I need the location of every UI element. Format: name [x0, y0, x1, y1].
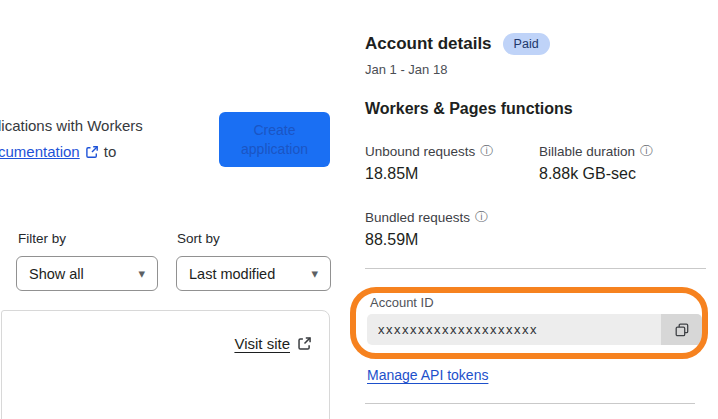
- account-id-input[interactable]: [367, 314, 661, 345]
- intro-text-line2: cumentation to: [0, 143, 116, 160]
- manage-api-tokens-link[interactable]: Manage API tokens: [367, 367, 488, 383]
- divider: [365, 268, 706, 269]
- account-id-label: Account ID: [370, 295, 434, 310]
- account-details-panel: Account details Paid Jan 1 - Jan 18 Work…: [365, 0, 718, 419]
- visit-site-link[interactable]: Visit site: [234, 335, 312, 352]
- chevron-down-icon: ▾: [138, 266, 145, 281]
- sort-dropdown[interactable]: Last modified ▾: [176, 256, 331, 291]
- filter-by-label: Filter by: [18, 231, 66, 246]
- panel-title: Account details: [365, 34, 492, 54]
- copy-icon: [674, 322, 690, 338]
- sort-by-label: Sort by: [177, 231, 220, 246]
- project-card: Visit site: [1, 310, 330, 419]
- external-link-icon: [297, 336, 312, 351]
- info-icon[interactable]: ⓘ: [480, 143, 493, 160]
- plan-badge: Paid: [503, 33, 550, 55]
- metric-label-billable-duration: Billable duration ⓘ: [539, 143, 653, 160]
- divider: [365, 403, 695, 404]
- chevron-down-icon: ▾: [311, 266, 318, 281]
- info-icon[interactable]: ⓘ: [475, 209, 488, 226]
- external-link-icon: [85, 145, 99, 159]
- documentation-link-label: cumentation: [0, 143, 80, 160]
- section-title: Workers & Pages functions: [365, 100, 573, 118]
- account-id-field-row: [367, 314, 702, 345]
- filter-dropdown[interactable]: Show all ▾: [16, 256, 158, 291]
- billing-date-range: Jan 1 - Jan 18: [365, 62, 447, 77]
- intro-text-after-link: to: [104, 143, 117, 160]
- filter-dropdown-value: Show all: [29, 266, 84, 282]
- metric-value-billable-duration: 8.88k GB-sec: [539, 165, 636, 183]
- panel-title-row: Account details Paid: [365, 33, 550, 55]
- intro-text-line1: lications with Workers: [0, 117, 143, 134]
- sort-dropdown-value: Last modified: [189, 266, 275, 282]
- documentation-link[interactable]: cumentation: [0, 143, 99, 160]
- create-application-button[interactable]: Create application: [219, 112, 330, 167]
- visit-site-label: Visit site: [234, 335, 290, 352]
- copy-account-id-button[interactable]: [661, 314, 702, 345]
- metric-label-unbound-requests: Unbound requests ⓘ: [365, 143, 493, 160]
- metric-value-bundled-requests: 88.59M: [365, 231, 418, 249]
- metric-value-unbound-requests: 18.85M: [365, 165, 418, 183]
- metric-label-bundled-requests: Bundled requests ⓘ: [365, 209, 488, 226]
- info-icon[interactable]: ⓘ: [640, 143, 653, 160]
